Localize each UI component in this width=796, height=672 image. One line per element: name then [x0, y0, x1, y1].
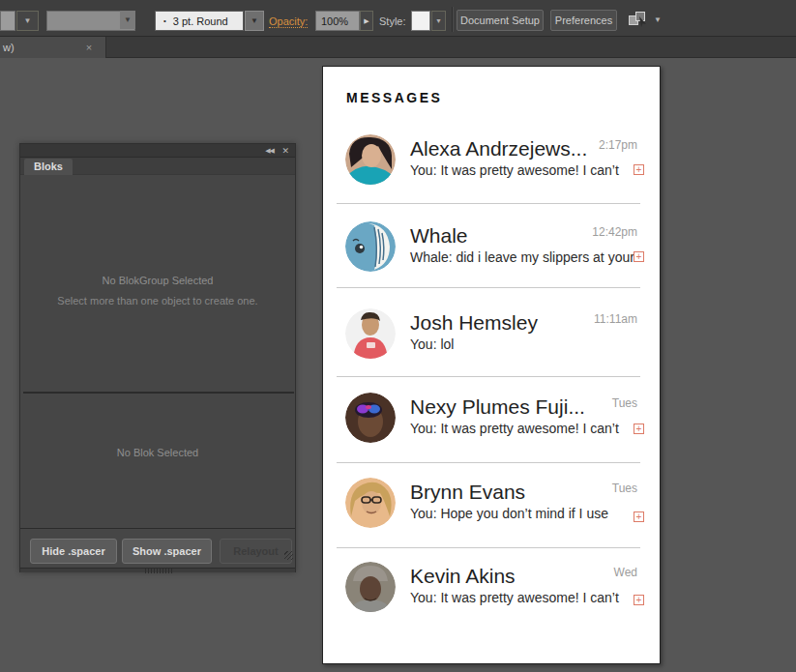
no-blokgroup-text: No BlokGroup Selected — [20, 275, 295, 286]
message-preview: You: lol — [410, 336, 454, 352]
message-preview: You: Hope you don’t mind if I use — [410, 506, 608, 521]
avatar — [345, 308, 396, 359]
message-list-item[interactable]: Josh Hemsley 11:11am You: lol — [323, 308, 660, 366]
graphic-style-swatch[interactable] — [411, 11, 430, 31]
stepper-arrow-icon[interactable]: ▶ — [360, 11, 373, 31]
blokgroup-section: No BlokGroup Selected Select more than o… — [20, 175, 295, 392]
message-time: Wed — [614, 566, 637, 579]
avatar — [345, 478, 396, 528]
bloks-tab-strip: Bloks — [20, 158, 295, 175]
contact-name: Brynn Evans — [410, 481, 525, 504]
overset-text-icon[interactable]: + — [634, 511, 644, 522]
overset-text-icon[interactable]: + — [634, 164, 644, 175]
row-divider — [337, 376, 640, 377]
message-list-item[interactable]: Kevin Akins Wed You: It was pretty aweso… — [323, 562, 660, 620]
message-time: 11:11am — [594, 312, 637, 326]
messages-title: MESSAGES — [346, 90, 442, 105]
contact-name: Kevin Akins — [410, 565, 516, 588]
document-tab-label: w) — [3, 42, 15, 53]
avatar — [345, 221, 396, 272]
bloks-panel: ◀◀ ✕ Bloks No BlokGroup Selected Select … — [19, 143, 296, 572]
brush-definition-dropdown[interactable]: ▼ — [46, 11, 135, 31]
row-divider — [337, 203, 640, 204]
row-divider — [337, 547, 640, 548]
document-setup-button[interactable]: Document Setup — [457, 10, 544, 31]
avatar — [345, 393, 396, 443]
contact-name: Alexa Andrzejews... — [410, 137, 587, 161]
document-tab[interactable]: w) × — [0, 37, 106, 58]
stroke-style-value: 3 pt. Round — [173, 15, 228, 27]
relayout-button-disabled: Relayout — [220, 539, 292, 564]
message-list-item[interactable]: Alexa Andrzejews... 2:17pm You: It was p… — [323, 134, 660, 192]
bloks-panel-footer — [20, 568, 295, 572]
contact-name: Josh Hemsley — [410, 311, 538, 335]
chevron-down-icon[interactable]: ▼ — [431, 11, 446, 31]
variable-width-profile-swatch[interactable] — [0, 11, 15, 31]
avatar — [345, 562, 396, 612]
message-time: Tues — [612, 396, 637, 410]
row-divider — [337, 462, 640, 463]
chevron-down-icon[interactable]: ▼ — [16, 11, 39, 31]
close-icon[interactable]: ✕ — [281, 146, 289, 156]
overset-text-icon[interactable]: + — [634, 251, 644, 262]
blokgroup-hint-text: Select more than one object to create on… — [20, 295, 295, 307]
chevron-down-icon[interactable]: ▼ — [654, 15, 662, 24]
message-time: 12:42pm — [592, 225, 637, 239]
contact-name: Whale — [410, 224, 468, 248]
bloks-button-bar: Hide .spacer Show .spacer Relayout — [20, 528, 295, 568]
messages-artboard: MESSAGES Alexa Andrzejews... 2:17pm You:… — [322, 66, 661, 664]
drag-handle-icon[interactable] — [145, 569, 172, 573]
message-time: Tues — [612, 482, 637, 495]
close-icon[interactable]: × — [81, 37, 97, 58]
resize-grip-icon[interactable] — [284, 551, 293, 560]
app-window: ▼ ▼ • 3 pt. Round ▼ Opacity: 100% ▶ Styl… — [0, 0, 796, 672]
message-list-item[interactable]: Brynn Evans Tues You: Hope you don’t min… — [323, 478, 660, 536]
message-time: 2:17pm — [599, 138, 637, 152]
opacity-link[interactable]: Opacity: — [269, 15, 308, 28]
style-label: Style: — [379, 15, 406, 27]
opacity-input[interactable]: 100% — [315, 11, 360, 31]
hide-spacer-button[interactable]: Hide .spacer — [30, 539, 117, 564]
tab-bloks[interactable]: Bloks — [24, 159, 73, 175]
overset-text-icon[interactable]: + — [634, 424, 644, 434]
chevron-down-icon[interactable]: ▼ — [120, 11, 135, 29]
bloks-panel-header[interactable]: ◀◀ ✕ — [20, 144, 295, 158]
control-toolbar: ▼ ▼ • 3 pt. Round ▼ Opacity: 100% ▶ Styl… — [0, 0, 796, 37]
message-list-item[interactable]: Nexy Plumes Fuji... Tues You: It was pre… — [323, 393, 660, 451]
chevron-down-icon[interactable]: ▼ — [245, 11, 264, 31]
message-preview: You: It was pretty awesome! I can’t — [410, 421, 619, 436]
stroke-style-dropdown[interactable]: • 3 pt. Round — [155, 11, 244, 31]
contact-name: Nexy Plumes Fuji... — [410, 395, 585, 419]
toolbar-divider — [452, 7, 454, 32]
blok-section: No Blok Selected — [20, 394, 295, 528]
overset-text-icon[interactable]: + — [634, 595, 644, 605]
show-spacer-button[interactable]: Show .spacer — [122, 539, 212, 564]
select-similar-icon[interactable] — [628, 11, 651, 29]
message-preview: You: It was pretty awesome! I can’t — [410, 162, 619, 178]
preferences-button[interactable]: Preferences — [550, 10, 617, 31]
collapse-panel-icon[interactable]: ◀◀ — [265, 147, 274, 155]
row-divider — [337, 287, 640, 288]
message-list-item[interactable]: Whale 12:42pm Whale: did i leave my slip… — [323, 221, 660, 279]
message-preview: Whale: did i leave my slippers at your — [410, 249, 634, 265]
avatar — [345, 134, 396, 185]
no-blok-text: No Blok Selected — [20, 447, 295, 458]
message-preview: You: It was pretty awesome! I can’t — [410, 590, 619, 605]
document-tab-bar: w) × — [0, 37, 796, 58]
stroke-bullet-icon: • — [163, 16, 166, 25]
